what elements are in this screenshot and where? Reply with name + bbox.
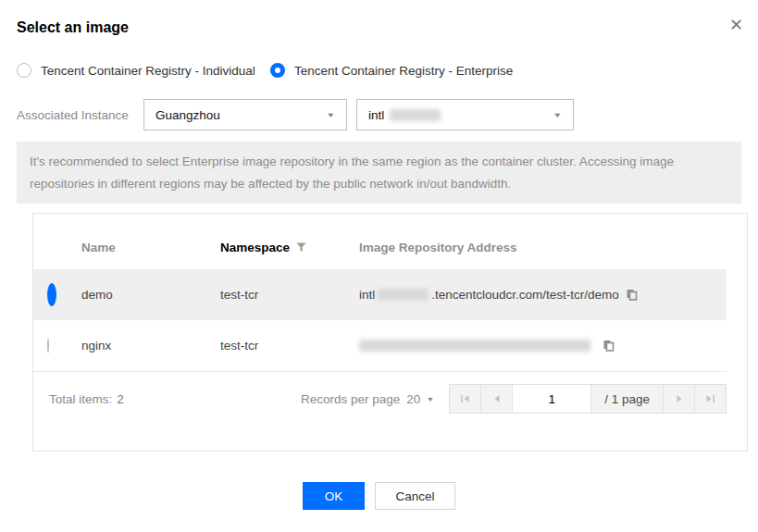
address-cell: intl .tencentcloudcr.com/test-tcr/demo (359, 288, 727, 302)
radio-registry-individual[interactable]: Tencent Container Registry - Individual (17, 63, 255, 78)
radio-individual-label: Tencent Container Registry - Individual (41, 64, 255, 78)
page-first-button[interactable] (450, 385, 481, 413)
radio-unselected-icon[interactable] (17, 63, 31, 78)
page-input[interactable] (513, 385, 591, 413)
total-items: Total items:2 (49, 392, 124, 406)
records-per-page-select[interactable]: Records per page 20 ▼ (301, 392, 434, 406)
page-next-button[interactable] (664, 385, 695, 413)
address-cell (359, 339, 727, 353)
column-header-address: Image Repository Address (359, 241, 727, 254)
radio-selected-icon[interactable] (270, 63, 285, 78)
filter-icon[interactable] (296, 242, 306, 253)
row-radio-unselected[interactable] (47, 338, 49, 353)
total-items-label: Total items: (49, 392, 112, 406)
redacted-instance-id (390, 109, 441, 121)
redacted-address-segment (378, 289, 429, 301)
notice-banner: It's recommended to select Enterprise im… (17, 142, 741, 204)
cancel-button[interactable]: Cancel (375, 482, 455, 510)
page-count-label: / 1 page (591, 385, 664, 413)
namespace-cell: test-tcr (220, 339, 359, 353)
region-select[interactable]: Guangzhou ▼ (143, 99, 347, 130)
close-icon[interactable]: ✕ (729, 17, 743, 33)
row-radio-selected[interactable] (47, 283, 56, 306)
table-row-demo[interactable]: demo test-tcr intl .tencentcloudcr.com/t… (33, 269, 727, 320)
associated-instance-row: Associated Instance Guangzhou ▼ intl ▼ (17, 99, 741, 130)
instance-select[interactable]: intl ▼ (356, 99, 574, 130)
records-per-page-label: Records per page (301, 392, 400, 406)
chevron-down-icon: ▼ (326, 111, 336, 119)
pagination-bar: Total items:2 Records per page 20 ▼ (33, 372, 727, 414)
chevron-down-icon: ▼ (426, 395, 435, 402)
associated-instance-label: Associated Instance (17, 108, 143, 122)
table-header-row: Name Namespace Image Repository Address (33, 214, 727, 269)
redacted-address (359, 340, 590, 352)
instance-select-value: intl (368, 108, 384, 122)
chevron-down-icon: ▼ (553, 111, 563, 119)
namespace-cell: test-tcr (220, 288, 359, 302)
name-cell: nginx (81, 339, 220, 353)
page-last-button[interactable] (695, 385, 726, 413)
copy-icon[interactable] (602, 339, 615, 353)
dialog-footer: OK Cancel (17, 482, 741, 510)
dialog-title: Select an image (17, 19, 741, 36)
registry-type-group: Tencent Container Registry - Individual … (17, 63, 741, 78)
page-prev-button[interactable] (481, 385, 513, 413)
radio-registry-enterprise[interactable]: Tencent Container Registry - Enterprise (270, 63, 513, 78)
column-header-namespace: Namespace (220, 241, 359, 254)
records-per-page-value: 20 (406, 392, 420, 406)
radio-enterprise-label: Tencent Container Registry - Enterprise (294, 64, 513, 78)
image-table-card: Name Namespace Image Repository Address … (32, 213, 748, 452)
table-row-nginx[interactable]: nginx test-tcr (33, 320, 727, 372)
pager: / 1 page (449, 384, 727, 414)
total-items-value: 2 (117, 392, 124, 406)
copy-icon[interactable] (625, 288, 639, 302)
ok-button[interactable]: OK (303, 482, 365, 510)
region-select-value: Guangzhou (155, 108, 220, 122)
name-cell: demo (81, 288, 220, 302)
select-image-dialog: Select an image ✕ Tencent Container Regi… (0, 0, 758, 532)
column-header-name: Name (81, 241, 220, 254)
